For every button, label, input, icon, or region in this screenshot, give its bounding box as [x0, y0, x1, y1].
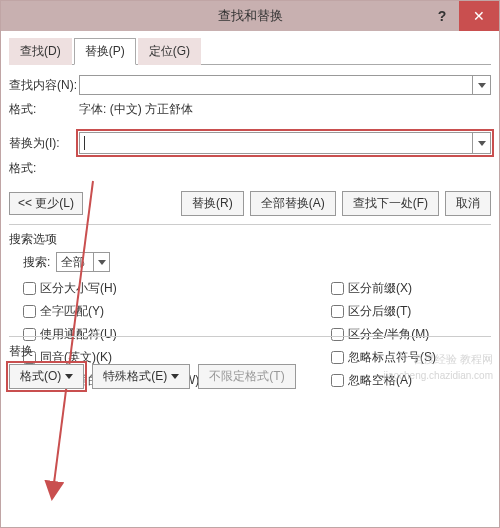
titlebar: 查找和替换 ? ✕ — [1, 1, 499, 31]
find-next-button[interactable]: 查找下一处(F) — [342, 191, 439, 216]
divider — [9, 336, 491, 337]
checkbox-input[interactable] — [23, 282, 36, 295]
replace-label: 替换为(I): — [9, 135, 79, 152]
chevron-down-icon[interactable] — [472, 76, 490, 94]
checkbox-label: 区分前缀(X) — [348, 280, 412, 297]
replace-button[interactable]: 替换(R) — [181, 191, 244, 216]
find-format-value: 字体: (中文) 方正舒体 — [79, 101, 491, 118]
checkbox-input[interactable] — [331, 305, 344, 318]
text-cursor — [84, 136, 85, 150]
find-row: 查找内容(N): — [9, 75, 491, 95]
tab-strip: 查找(D) 替换(P) 定位(G) — [9, 37, 491, 65]
checkbox-suffix[interactable]: 区分后缀(T) — [331, 303, 491, 320]
replace-input[interactable] — [79, 132, 491, 154]
checkbox-input[interactable] — [23, 305, 36, 318]
replace-row: 替换为(I): — [9, 132, 491, 154]
find-format-row: 格式: 字体: (中文) 方正舒体 — [9, 101, 491, 118]
checkbox-label: 区分后缀(T) — [348, 303, 411, 320]
watermark-url: jiaocheng.chazidian.com — [383, 370, 493, 381]
checkbox-label: 全字匹配(Y) — [40, 303, 104, 320]
close-button[interactable]: ✕ — [459, 1, 499, 31]
search-direction-row: 搜索: 全部 — [23, 252, 491, 272]
checkbox-prefix[interactable]: 区分前缀(X) — [331, 280, 491, 297]
tab-find[interactable]: 查找(D) — [9, 38, 72, 65]
format-button-label: 格式(O) — [20, 368, 61, 385]
replace-format-value — [79, 160, 491, 177]
replace-format-label: 格式: — [9, 160, 79, 177]
action-button-row: << 更少(L) 替换(R) 全部替换(A) 查找下一处(F) 取消 — [9, 191, 491, 216]
dropdown-icon — [171, 374, 179, 379]
titlebar-buttons: ? ✕ — [425, 1, 499, 31]
dialog-window: 查找和替换 ? ✕ 查找(D) 替换(P) 定位(G) 查找内容(N): 格式:… — [0, 0, 500, 528]
cancel-button[interactable]: 取消 — [445, 191, 491, 216]
search-direction-label: 搜索: — [23, 254, 50, 271]
replace-all-button[interactable]: 全部替换(A) — [250, 191, 336, 216]
tab-goto[interactable]: 定位(G) — [138, 38, 201, 65]
chevron-down-icon[interactable] — [472, 133, 490, 153]
special-format-button[interactable]: 特殊格式(E) — [92, 364, 190, 389]
special-format-label: 特殊格式(E) — [103, 368, 167, 385]
format-button[interactable]: 格式(O) — [9, 364, 84, 389]
find-label: 查找内容(N): — [9, 77, 79, 94]
find-input[interactable] — [79, 75, 491, 95]
dialog-body: 查找(D) 替换(P) 定位(G) 查找内容(N): 格式: 字体: (中文) … — [1, 31, 499, 397]
dropdown-icon — [65, 374, 73, 379]
checkbox-input[interactable] — [331, 282, 344, 295]
replace-format-row: 格式: — [9, 160, 491, 177]
checkbox-match-case[interactable]: 区分大小写(H) — [23, 280, 331, 297]
divider — [9, 224, 491, 225]
help-button[interactable]: ? — [425, 1, 459, 31]
find-format-label: 格式: — [9, 101, 79, 118]
checkbox-whole-word[interactable]: 全字匹配(Y) — [23, 303, 331, 320]
checkbox-label: 区分大小写(H) — [40, 280, 117, 297]
watermark-text: 百度经验 教程网 — [413, 352, 493, 367]
search-direction-value: 全部 — [61, 254, 85, 271]
no-format-button[interactable]: 不限定格式(T) — [198, 364, 295, 389]
less-button[interactable]: << 更少(L) — [9, 192, 83, 215]
search-options-title: 搜索选项 — [9, 231, 491, 248]
search-direction-select[interactable]: 全部 — [56, 252, 110, 272]
chevron-down-icon[interactable] — [93, 253, 109, 271]
tab-replace[interactable]: 替换(P) — [74, 38, 136, 65]
